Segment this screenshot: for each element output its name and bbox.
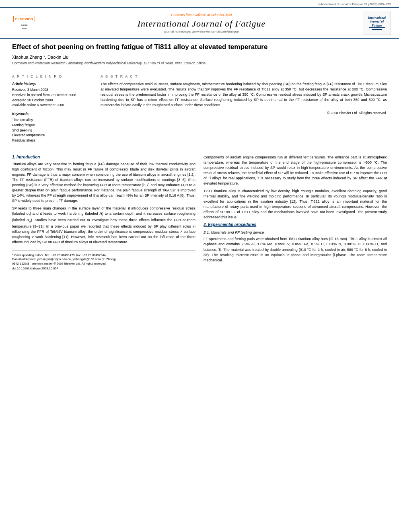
revised-date: Received in revised form 26 October 2008	[12, 92, 93, 98]
content-body: Effect of shot peening on fretting fatig…	[0, 39, 399, 277]
journal-citation: International Journal of Fatigue 31 (200…	[0, 0, 399, 7]
right-para2: Ti811 titanium alloy is characterized by…	[204, 189, 387, 220]
elsevier-wordmark: ELSEVIER	[13, 16, 35, 22]
and-connector: and	[381, 242, 387, 246]
article-title: Effect of shot peening on fretting fatig…	[12, 43, 387, 51]
science-direct-line: Contents lists available at ScienceDirec…	[47, 13, 356, 17]
available-date: Available online 6 November 2008	[12, 103, 93, 108]
accepted-date: Accepted 28 October 2008	[12, 98, 93, 103]
journal-logo-right: InternationalJournal ofFatigue	[363, 11, 391, 35]
keywords-label: Keywords:	[12, 112, 93, 116]
elsevier-logo-left: ELSEVIER ■■■■■■■	[8, 16, 40, 30]
keyword-5: Residual stress	[12, 138, 93, 143]
keyword-1: Titanium alloy	[12, 117, 93, 123]
authors: Xiaohua Zhang *, Daoxin Liu	[12, 55, 387, 60]
keyword-4: Elevated temperature	[12, 133, 93, 138]
issn-line: 0142-1123/$ - see front matter © 2008 El…	[12, 262, 195, 266]
logo-decoration	[369, 27, 385, 30]
section21-text: FF specimens and fretting pads were obta…	[204, 236, 387, 263]
footnote-star: * Corresponding author. Tel.: +86 29 884…	[12, 253, 195, 258]
science-direct-prefix: Contents lists available at	[171, 13, 211, 17]
affiliation: Corrosion and Protection Research Labora…	[12, 61, 387, 65]
received-date: Received 3 March 2008	[12, 87, 93, 92]
right-para1: Components of aircraft engine compressor…	[204, 155, 387, 186]
keyword-2: Fretting fatigue	[12, 123, 93, 128]
elsevier-subtext: ■■■■■■■	[21, 24, 28, 30]
main-left-column: 1. Introduction Titanium alloys are very…	[12, 155, 195, 271]
copyright-line: © 2008 Elsevier Ltd. All rights reserved…	[101, 111, 387, 115]
section1-para2: SP leads to three main changes in the su…	[12, 206, 195, 245]
main-body-columns: 1. Introduction Titanium alloys are very…	[12, 149, 387, 271]
section2-heading: 2. Experimental procedures	[204, 222, 387, 227]
journal-logo-title: InternationalJournal ofFatigue	[368, 16, 386, 28]
journal-center-info: Contents lists available at ScienceDirec…	[47, 13, 356, 33]
journal-homepage: journal homepage: www.elsevier.com/locat…	[47, 30, 356, 33]
abstract-column: A B S T R A C T The effects of compressi…	[101, 74, 387, 143]
logo-line-1	[369, 27, 385, 28]
section1-heading: 1. Introduction	[12, 155, 195, 159]
article-info-abstract-section: A R T I C L E I N F O Article history: R…	[12, 71, 387, 143]
article-info-column: A R T I C L E I N F O Article history: R…	[12, 74, 93, 143]
main-right-column: Components of aircraft engine compressor…	[204, 155, 387, 271]
footnote-section: * Corresponding author. Tel.: +86 29 884…	[12, 251, 195, 271]
section1-para1: Titanium alloys are very sensitive to fr…	[12, 162, 195, 203]
footnote-email: E-mail addresses: ylzhangxh@nwpu.edu.cn,…	[12, 257, 195, 262]
journal-title: International Journal of Fatigue	[47, 18, 356, 29]
logo-line-2	[372, 29, 382, 30]
article-info-header: A R T I C L E I N F O	[12, 74, 93, 78]
journal-header: ELSEVIER ■■■■■■■ Contents lists availabl…	[0, 7, 399, 39]
keyword-3: Shot peening	[12, 128, 93, 133]
section21-heading: 2.1. Materials and FF testing device	[204, 230, 387, 234]
doi-line: doi:10.1016/j.ijfatigue.2008.10.004	[12, 267, 195, 271]
history-label: Article history:	[12, 82, 93, 86]
abstract-text: The effects of compressive residual stre…	[101, 82, 387, 108]
abstract-header: A B S T R A C T	[101, 74, 387, 78]
science-direct-linktext: ScienceDirect	[211, 13, 232, 17]
